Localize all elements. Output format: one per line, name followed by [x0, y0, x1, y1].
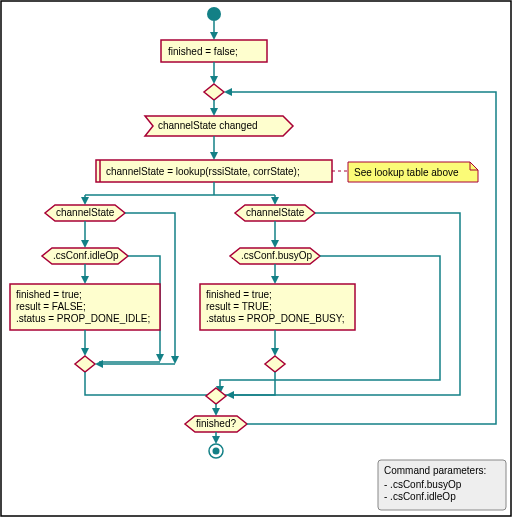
svg-marker-42	[271, 348, 279, 356]
busyop-text: .csConf.busyOp	[241, 250, 313, 261]
svg-text:.status = PROP_DONE_BUSY;: .status = PROP_DONE_BUSY;	[206, 313, 345, 324]
idleop-text: .csConf.idleOp	[53, 250, 119, 261]
svg-text:finished = true;: finished = true;	[206, 289, 272, 300]
event-text: channelState changed	[158, 120, 258, 131]
lookup-text: channelState = lookup(rssiState, corrSta…	[106, 166, 300, 177]
params-title: Command parameters:	[384, 465, 486, 476]
svg-marker-18	[171, 356, 179, 364]
branch-right-text: channelState	[246, 207, 305, 218]
svg-marker-15	[81, 197, 89, 205]
svg-text:.status = PROP_DONE_IDLE;: .status = PROP_DONE_IDLE;	[16, 313, 150, 324]
svg-marker-2	[210, 32, 218, 40]
svg-marker-17	[271, 197, 279, 205]
svg-text:result = TRUE;: result = TRUE;	[206, 301, 272, 312]
svg-text:- .csConf.busyOp: - .csConf.busyOp	[384, 479, 462, 490]
svg-text:finished = true;: finished = true;	[16, 289, 82, 300]
svg-marker-27	[81, 276, 89, 284]
init-text: finished = false;	[168, 46, 238, 57]
svg-text:result = FALSE;: result = FALSE;	[16, 301, 86, 312]
svg-marker-4	[210, 76, 218, 84]
note-text: See lookup table above	[354, 167, 459, 178]
branch-left-text: channelState	[56, 207, 115, 218]
svg-marker-32	[271, 276, 279, 284]
start-node	[207, 7, 221, 21]
svg-text:- .csConf.idleOp: - .csConf.idleOp	[384, 491, 456, 502]
merge-top	[204, 84, 224, 100]
svg-marker-47	[212, 436, 220, 444]
finished-text: finished?	[196, 418, 236, 429]
svg-point-48	[213, 448, 220, 455]
merge-idle	[75, 356, 95, 372]
svg-marker-45	[224, 88, 232, 96]
svg-marker-37	[81, 348, 89, 356]
svg-marker-6	[210, 108, 218, 116]
svg-marker-21	[81, 240, 89, 248]
merge-busy	[265, 356, 285, 372]
merge-bottom	[206, 388, 226, 404]
svg-marker-8	[210, 152, 218, 160]
svg-marker-23	[271, 240, 279, 248]
flow-diagram: finished = false; channelState changed c…	[0, 0, 512, 517]
svg-marker-44	[212, 408, 220, 416]
svg-marker-24	[156, 354, 164, 362]
